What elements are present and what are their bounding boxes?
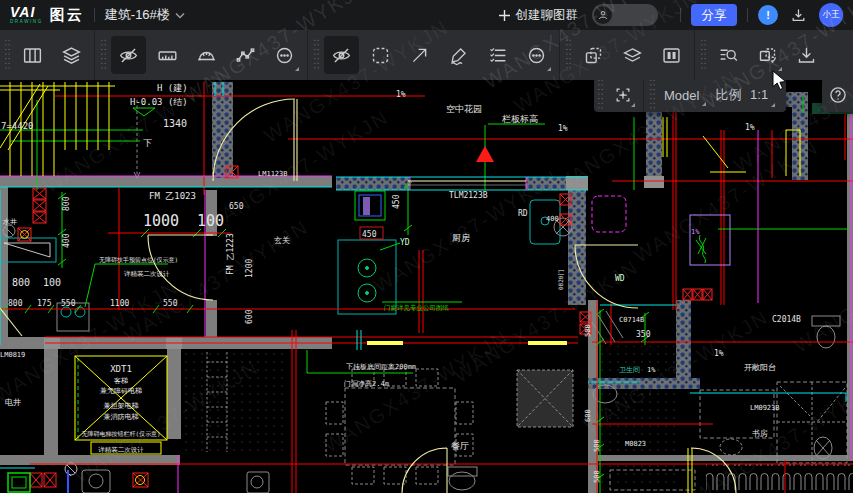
- export-download-icon: [796, 45, 817, 66]
- ruler-icon: [157, 45, 178, 66]
- cad-text: 书房: [752, 429, 768, 438]
- cad-text: 175: [37, 299, 52, 308]
- copy-compare-button[interactable]: [576, 36, 611, 74]
- divider: [747, 8, 748, 22]
- cad-text: LM0819: [0, 351, 25, 359]
- polyline-nodes-icon: [235, 45, 256, 66]
- cad-text: 1100: [110, 299, 129, 308]
- marquee-select-button[interactable]: [363, 36, 398, 74]
- cad-text: 开敞阳台: [744, 363, 776, 372]
- layers-button[interactable]: [54, 36, 89, 74]
- measure-angle-button[interactable]: [189, 36, 224, 74]
- cad-text: 下: [143, 138, 152, 148]
- cad-text: 玄关: [274, 236, 290, 245]
- measure-ruler-button[interactable]: [150, 36, 185, 74]
- member-avatar: [594, 6, 612, 24]
- drag-handle[interactable]: [565, 38, 572, 72]
- toolbar-divider: [694, 30, 695, 80]
- cad-text: 0820门: [557, 270, 564, 290]
- coordinate-picker-button[interactable]: [608, 80, 638, 110]
- find-text-button[interactable]: [711, 36, 746, 74]
- cad-text: C2014B: [772, 315, 801, 324]
- freehand-markup-button[interactable]: [441, 36, 476, 74]
- cad-text: 详精装二次设计: [124, 270, 170, 278]
- measure-more-button[interactable]: [267, 36, 302, 74]
- cad-text: 1200: [245, 259, 254, 278]
- lintel-highlight: [367, 341, 403, 345]
- overlay-layers-button[interactable]: [615, 36, 650, 74]
- cad-text: 100: [197, 212, 224, 230]
- drag-handle[interactable]: [4, 38, 11, 72]
- cad-text: 下挂板底间距离200mm: [346, 363, 416, 371]
- cad-text: FM 乙1023: [149, 191, 196, 201]
- split-columns-icon: [661, 45, 682, 66]
- measure-polyline-button[interactable]: [228, 36, 263, 74]
- dropdown-corner: [771, 103, 775, 107]
- more-circle-icon: [274, 45, 295, 66]
- cad-text: 兼担架电梯: [104, 402, 139, 410]
- marquee-icon: [370, 45, 391, 66]
- drag-handle[interactable]: [597, 78, 604, 112]
- cad-text: 1340: [163, 118, 187, 129]
- layers-icon: [61, 45, 82, 66]
- hide-objects-button[interactable]: [111, 36, 146, 74]
- cad-text: 400: [546, 215, 559, 223]
- members-pill[interactable]: [592, 4, 658, 26]
- cad-text: WD: [615, 274, 625, 283]
- cad-text: 350: [636, 330, 651, 339]
- drag-handle[interactable]: [649, 78, 656, 112]
- dropdown-corner: [778, 67, 782, 71]
- cad-text: FM 乙1223: [226, 233, 235, 275]
- cad-text: 600: [584, 409, 592, 422]
- markup-more-button[interactable]: [519, 36, 554, 74]
- user-avatar[interactable]: 小王: [819, 3, 843, 27]
- share-button[interactable]: 分享: [691, 4, 737, 26]
- main-toolbar: [0, 30, 853, 80]
- leader-arrow-button[interactable]: [402, 36, 437, 74]
- drag-handle[interactable]: [313, 38, 320, 72]
- cad-text: 400: [62, 233, 71, 248]
- download-button[interactable]: [790, 7, 807, 24]
- export-button[interactable]: [789, 36, 824, 74]
- cad-text: 500: [593, 470, 601, 483]
- toolbar-divider: [94, 30, 95, 80]
- scale-button[interactable]: 比例 1:1: [709, 80, 778, 110]
- support-icon[interactable]: !: [758, 5, 778, 25]
- cad-text: YD: [400, 238, 410, 247]
- split-view-button[interactable]: [654, 36, 689, 74]
- drawing-compare-button[interactable]: [750, 36, 785, 74]
- file-tab[interactable]: 建筑-16#楼: [105, 6, 185, 24]
- help-button[interactable]: [822, 78, 853, 112]
- cad-text: 1%: [714, 349, 724, 358]
- cad-text: 450: [392, 194, 401, 209]
- list-icon: [487, 45, 508, 66]
- cad-canvas[interactable]: H (建)H-0.03 (结)7=44201340下1%1%1%空中花园栏板标高…: [0, 80, 853, 493]
- cad-text: 450: [362, 230, 377, 239]
- layers-stack-icon: [622, 45, 643, 66]
- create-group-button[interactable]: 创建聊图群: [498, 7, 579, 24]
- lintel-highlight: [528, 341, 567, 345]
- model-space-button[interactable]: Model: [658, 82, 709, 109]
- drag-handle[interactable]: [100, 38, 107, 72]
- cad-text: 无障碍扶手预留点位(仅示意): [99, 256, 178, 264]
- cad-text: 800: [8, 299, 23, 308]
- sheet-layout-button[interactable]: [15, 36, 50, 74]
- cad-text: LM1123B: [258, 170, 288, 178]
- cad-text: 600: [245, 309, 254, 324]
- dropdown-corner: [702, 102, 706, 106]
- cad-text: TLM2123B: [449, 191, 488, 200]
- cad-text: 500: [593, 439, 601, 452]
- brand-mark: VAI DRAWING: [10, 5, 43, 25]
- cad-text: 厨房: [452, 233, 470, 243]
- markup-list-button[interactable]: [480, 36, 515, 74]
- cad-text: 1%: [691, 228, 700, 236]
- scale-label: 比例: [715, 87, 741, 102]
- cad-text: 550: [163, 299, 178, 308]
- cad-text: 650: [229, 202, 244, 211]
- cad-text: 800: [62, 196, 71, 211]
- annotation-hide-button[interactable]: [324, 36, 359, 74]
- cad-text: 客梯: [114, 377, 128, 385]
- chevron-down-icon: [175, 12, 185, 19]
- drag-handle[interactable]: [700, 38, 707, 72]
- drawing-viewport[interactable]: H (建)H-0.03 (结)7=44201340下1%1%1%空中花园栏板标高…: [0, 80, 853, 493]
